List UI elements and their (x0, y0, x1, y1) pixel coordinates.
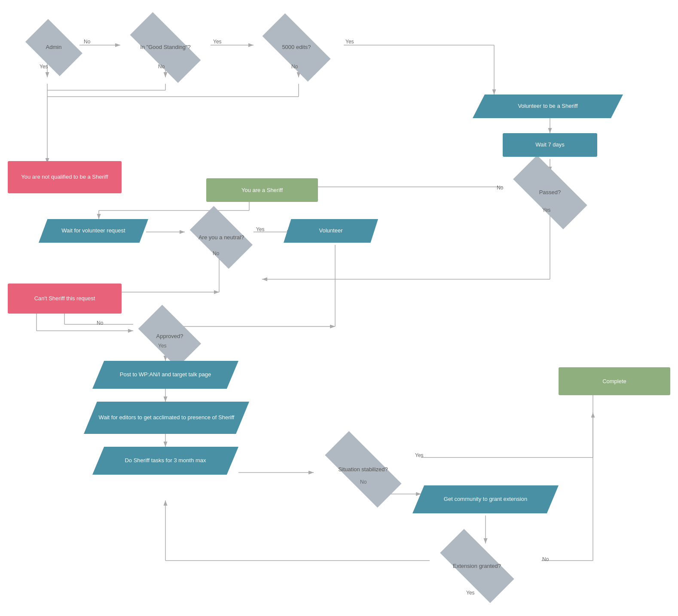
admin-yes-label: Yes (40, 64, 48, 70)
extension-yes-label: Yes (466, 590, 475, 596)
complete-node: Complete (559, 367, 670, 395)
admin-no-label: No (84, 39, 90, 45)
situation-yes-label: Yes (415, 452, 424, 458)
are-you-neutral-diamond: Are you a neutral? (185, 215, 258, 260)
extension-no-label: No (542, 556, 549, 562)
situation-stabilized-diamond: Situation stabilized? (314, 447, 412, 492)
cant-sheriff-node: Can't Sheriff this request (8, 284, 122, 314)
neutral-no-label: No (213, 250, 219, 256)
you-are-sheriff-node: You are a Sheriff (206, 178, 318, 202)
wait-volunteer-node: Wait for volunteer request (39, 219, 148, 243)
do-sheriff-node: Do Sheriff tasks for 3 month max (92, 447, 238, 475)
situation-no-label: No (360, 479, 366, 485)
volunteer-node: Volunteer (284, 219, 378, 243)
approved-yes-label: Yes (158, 343, 167, 349)
wait-7-days-node: Wait 7 days (503, 133, 597, 157)
get-community-node: Get community to grant extension (412, 485, 559, 513)
not-qualified-node: You are not qualified to be a Sheriff (8, 161, 122, 193)
good-standing-diamond: In "Good Standing"? (120, 26, 211, 69)
extension-granted-diamond: Extension granted? (430, 543, 524, 589)
flowchart-container: Admin In "Good Standing"? 5000 edits? Pa… (0, 0, 678, 616)
good-standing-no-label: No (158, 64, 165, 70)
admin-diamond: Admin (21, 26, 86, 69)
approved-no-label: No (97, 320, 103, 326)
five-thousand-yes-label: Yes (345, 39, 354, 45)
passed-no-label: No (497, 185, 503, 191)
passed-yes-label: Yes (542, 207, 551, 213)
neutral-yes-label: Yes (256, 226, 265, 232)
five-thousand-diamond: 5000 edits? (253, 26, 339, 69)
post-wp-node: Post to WP:AN/I and target talk page (92, 361, 238, 389)
wait-editors-node: Wait for editors to get acclimated to pr… (84, 402, 249, 434)
volunteer-sheriff-node: Volunteer to be a Sheriff (473, 95, 623, 118)
good-standing-yes-label: Yes (213, 39, 222, 45)
five-thousand-no-label: No (291, 64, 298, 70)
approved-diamond: Approved? (133, 314, 206, 359)
